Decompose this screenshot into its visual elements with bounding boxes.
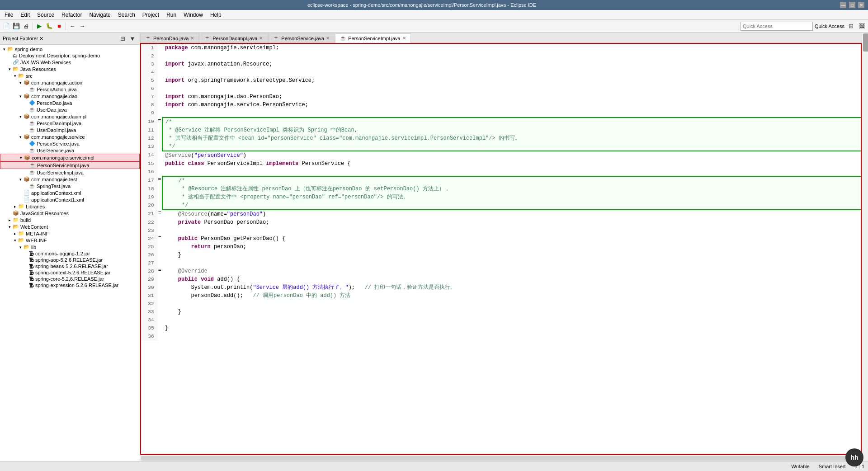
- tree-item-spring-aop[interactable]: 🗜spring-aop-5.2.6.RELEASE.jar: [0, 257, 140, 263]
- right-scrollbar[interactable]: [862, 33, 868, 461]
- tree-item-WEB-INF[interactable]: ▾📂WEB-INF: [0, 237, 140, 244]
- forward-button[interactable]: →: [78, 22, 87, 31]
- tree-item-META-INF[interactable]: ▸📁META-INF: [0, 230, 140, 237]
- tree-item-java-resources[interactable]: ▾📂Java Resources: [0, 66, 140, 72]
- line-content-5[interactable]: import org.springframework.stereotype.Se…: [162, 76, 861, 85]
- menu-run[interactable]: Run: [164, 11, 179, 19]
- tree-item-UserService[interactable]: ☕UserService.java: [0, 147, 140, 154]
- back-button[interactable]: ←: [68, 22, 77, 31]
- line-content-34[interactable]: [162, 316, 861, 324]
- line-content-31[interactable]: personDao.add(); // 调用personDao 中的 add()…: [162, 292, 861, 300]
- line-content-10[interactable]: /*: [162, 118, 861, 126]
- line-content-36[interactable]: [162, 332, 861, 340]
- tree-item-UserDaoImpl[interactable]: ☕UserDaoImpl.java: [0, 127, 140, 133]
- tree-item-pkg-test[interactable]: ▾📦com.manongajie.test: [0, 176, 140, 183]
- tree-item-pkg-dao[interactable]: ▾📦com.manongajie.dao: [0, 93, 140, 99]
- line-content-4[interactable]: [162, 68, 861, 76]
- tree-item-lib[interactable]: ▾📂lib: [0, 244, 140, 250]
- line-content-25[interactable]: return personDao;: [162, 243, 861, 251]
- menu-search[interactable]: Search: [115, 11, 138, 19]
- tree-item-commons-logging[interactable]: 🗜commons-logging-1.2.jar: [0, 250, 140, 257]
- editor-tab-2[interactable]: ☕ PersonService.java ✕: [268, 33, 335, 42]
- menu-window[interactable]: Window: [181, 11, 206, 19]
- line-content-1[interactable]: package com.manongajie.serviceimpl;: [162, 44, 861, 52]
- line-content-29[interactable]: public void add() {: [162, 275, 861, 283]
- line-content-6[interactable]: [162, 85, 861, 93]
- editor-tab-0[interactable]: ☕ PersonDao.java ✕: [140, 33, 199, 42]
- line-content-21[interactable]: @Resource(name="personDao"): [162, 210, 861, 218]
- line-content-8[interactable]: import com.manongajie.service.PersonServ…: [162, 101, 861, 109]
- pe-collapse-button[interactable]: ⊟: [118, 34, 127, 43]
- tree-item-PersonAction[interactable]: ☕PersonAction.java: [0, 86, 140, 93]
- tab-close-1[interactable]: ✕: [259, 36, 263, 41]
- line-content-26[interactable]: }: [162, 251, 861, 259]
- line-content-23[interactable]: [162, 226, 861, 235]
- tree-item-JSResources[interactable]: 📦JavaScript Resources: [0, 210, 140, 217]
- tree-item-Libraries[interactable]: ▸📁Libraries: [0, 203, 140, 210]
- tree-item-jaxws[interactable]: 🔗JAX-WS Web Services: [0, 59, 140, 66]
- line-content-11[interactable]: * @Service 注解将 PersonServiceImpl 类标识为 Sp…: [162, 126, 861, 134]
- tree-item-pkg-serviceimpl[interactable]: ▾📦com.manongajie.serviceimpl: [0, 154, 140, 161]
- menu-edit[interactable]: Edit: [18, 11, 33, 19]
- line-content-28[interactable]: @Override: [162, 267, 861, 275]
- tree-item-deployment[interactable]: 🗂Deployment Descriptor: spring-demo: [0, 52, 140, 59]
- menu-refactor[interactable]: Refactor: [59, 11, 85, 19]
- line-content-14[interactable]: @Service("personService"): [162, 151, 861, 160]
- editor-tab-1[interactable]: ☕ PersonDaoImpl.java ✕: [199, 33, 268, 42]
- menu-navigate[interactable]: Navigate: [86, 11, 113, 19]
- new-button[interactable]: 📄: [2, 22, 11, 31]
- tree-item-PersonDaoImpl[interactable]: ☕PersonDaoImpl.java: [0, 120, 140, 127]
- line-content-24[interactable]: public PersonDao getPersonDao() {: [162, 235, 861, 243]
- tree-item-src[interactable]: ▾📂src: [0, 72, 140, 79]
- tab-close-3[interactable]: ✕: [402, 36, 406, 41]
- tree-item-build[interactable]: ▸📁build: [0, 217, 140, 223]
- debug-button[interactable]: 🐛: [45, 22, 54, 31]
- minimize-button[interactable]: —: [840, 2, 846, 8]
- line-content-32[interactable]: [162, 300, 861, 308]
- line-content-3[interactable]: import javax.annotation.Resource;: [162, 60, 861, 68]
- tree-item-pkg-service[interactable]: ▾📦com.manongajie.service: [0, 133, 140, 140]
- stop-button[interactable]: ■: [55, 22, 64, 31]
- line-content-15[interactable]: public class PersonServiceImpl implement…: [162, 160, 861, 168]
- tree-item-PersonServiceImpl[interactable]: ☕PersonServiceImpl.java: [0, 161, 140, 169]
- print-button[interactable]: 🖨: [22, 22, 31, 31]
- line-content-2[interactable]: [162, 52, 861, 60]
- line-content-30[interactable]: System.out.println("Service 层的add() 方法执行…: [162, 283, 861, 292]
- tab-close-2[interactable]: ✕: [326, 36, 330, 41]
- line-content-22[interactable]: private PersonDao personDao;: [162, 218, 861, 226]
- save-button[interactable]: 💾: [12, 22, 21, 31]
- line-content-12[interactable]: * 其写法相当于配置文件中 <bean id="personService" c…: [162, 134, 861, 142]
- line-content-7[interactable]: import com.manongajie.dao.PersonDao;: [162, 93, 861, 101]
- tree-item-UserDao[interactable]: ☕UserDao.java: [0, 106, 140, 113]
- tree-item-spring-expression[interactable]: 🗜spring-expression-5.2.6.RELEASE.jar: [0, 282, 140, 288]
- tree-item-SpringTest[interactable]: ☕SpringTest.java: [0, 183, 140, 189]
- tree-item-UserServiceImpl[interactable]: ☕UserServiceImpl.java: [0, 169, 140, 176]
- bottom-scrollbar[interactable]: [140, 455, 862, 461]
- line-content-19[interactable]: * 这相当于配置文件中 <property name="personDao" r…: [162, 193, 861, 201]
- perspective-button[interactable]: ⊞: [846, 22, 855, 31]
- menu-project[interactable]: Project: [140, 11, 162, 19]
- line-content-20[interactable]: */: [162, 201, 861, 210]
- line-content-18[interactable]: * @Resource 注解标注在属性 personDao 上（也可标注在per…: [162, 185, 861, 193]
- editor-tab-3[interactable]: ☕ PersonServiceImpl.java ✕: [335, 33, 411, 43]
- tree-item-spring-core[interactable]: 🗜spring-core-5.2.6.RELEASE.jar: [0, 276, 140, 282]
- run-button[interactable]: ▶: [35, 22, 44, 31]
- tree-item-spring-beans[interactable]: 🗜spring-beans-5.2.6.RELEASE.jar: [0, 263, 140, 269]
- line-content-35[interactable]: }: [162, 324, 861, 332]
- tree-item-PersonService[interactable]: 🔷PersonService.java: [0, 140, 140, 147]
- quick-access-input[interactable]: [741, 22, 813, 31]
- tree-item-WebContent[interactable]: ▾📂WebContent: [0, 223, 140, 230]
- menu-help[interactable]: Help: [208, 11, 224, 19]
- pe-menu-button[interactable]: ▼: [128, 34, 137, 43]
- line-content-33[interactable]: }: [162, 308, 861, 316]
- line-content-16[interactable]: [162, 168, 861, 176]
- tree-item-appCtx[interactable]: 📄applicationContext.xml: [0, 189, 140, 196]
- menu-file[interactable]: File: [2, 11, 16, 19]
- menu-source[interactable]: Source: [34, 11, 57, 19]
- view-button[interactable]: 🖼: [857, 22, 866, 31]
- line-content-9[interactable]: [162, 109, 861, 118]
- tree-item-spring-context[interactable]: 🗜spring-context-5.2.6.RELEASE.jar: [0, 269, 140, 276]
- line-content-17[interactable]: /*: [162, 176, 861, 185]
- line-content-27[interactable]: [162, 259, 861, 267]
- maximize-button[interactable]: □: [849, 2, 855, 8]
